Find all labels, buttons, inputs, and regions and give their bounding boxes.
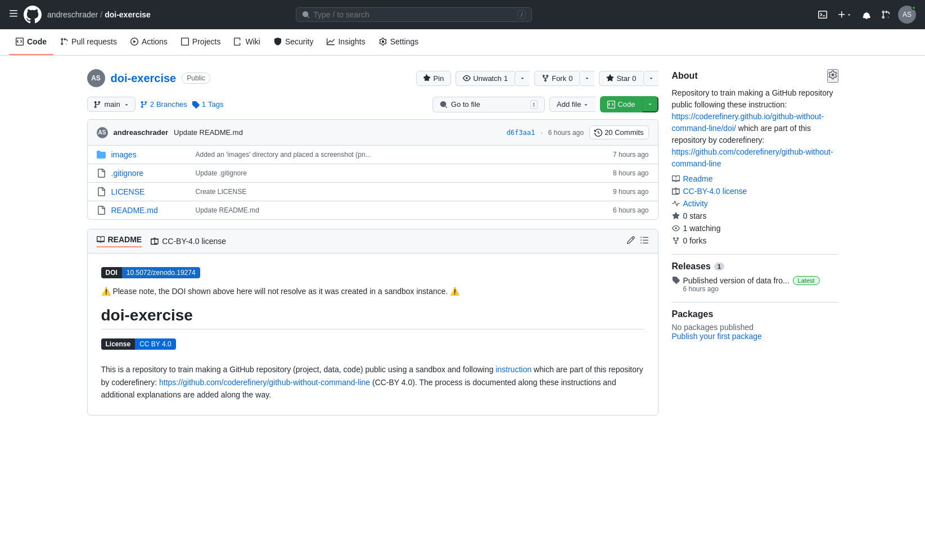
nav-settings[interactable]: Settings: [372, 29, 426, 55]
sidebar-divider2: [672, 302, 838, 302]
code-dropdown[interactable]: [642, 96, 658, 112]
add-file-label: Add file: [557, 100, 581, 109]
about-settings-button[interactable]: [827, 69, 838, 83]
file-time-license: 9 hours ago: [613, 188, 648, 196]
star-button[interactable]: Star 0: [599, 71, 643, 86]
repo-header-right: Pin Unwatch 1 Fo: [416, 71, 658, 86]
breadcrumb-separator: /: [100, 10, 102, 19]
branch-selector[interactable]: main: [87, 97, 136, 112]
nav-code[interactable]: Code: [9, 29, 53, 55]
github-link[interactable]: https://github.com/coderefinery/github-w…: [159, 378, 370, 387]
readme-link[interactable]: Readme: [683, 174, 713, 183]
repo-title[interactable]: doi-exercise: [111, 72, 177, 85]
toc-readme-button[interactable]: [640, 236, 649, 247]
sidebar-readme[interactable]: Readme: [672, 174, 838, 183]
pin-button[interactable]: Pin: [416, 71, 452, 86]
release-name[interactable]: Published version of data fro...: [683, 276, 789, 285]
law-icon: [151, 237, 159, 245]
edit-readme-button[interactable]: [626, 236, 635, 247]
commit-author[interactable]: andreaschrader: [114, 128, 169, 137]
file-name-images[interactable]: images: [111, 150, 190, 159]
readme-tab-label: README: [108, 235, 142, 244]
pencil-icon: [626, 236, 635, 245]
terminal-button[interactable]: [816, 8, 829, 21]
nav-actions[interactable]: Actions: [124, 29, 174, 55]
nav-pull-requests[interactable]: Pull requests: [53, 29, 124, 55]
chevron-down-icon: [647, 101, 653, 107]
pin-icon: [423, 74, 431, 82]
readme-tab[interactable]: README: [97, 235, 142, 247]
breadcrumb-repo[interactable]: doi-exercise: [105, 10, 151, 19]
fork-button[interactable]: Fork 0: [534, 71, 579, 86]
add-file-button[interactable]: Add file: [549, 97, 595, 112]
chevron-down-icon: [584, 75, 590, 81]
sidebar-activity[interactable]: Activity: [672, 199, 838, 208]
nav-security[interactable]: Security: [267, 29, 321, 55]
releases-count: 1: [714, 263, 724, 270]
branches-label: Branches: [156, 100, 187, 109]
watch-dropdown[interactable]: [515, 71, 530, 86]
star-group: Star 0: [599, 71, 658, 86]
license-tab[interactable]: CC-BY-4.0 license: [151, 237, 226, 246]
pull-requests-nav-button[interactable]: [879, 8, 892, 21]
hamburger-button[interactable]: [9, 9, 18, 21]
commits-count: 20 Commits: [604, 128, 643, 137]
license-badge: License CC BY 4.0: [101, 338, 644, 356]
breadcrumb-user[interactable]: andreschrader: [47, 10, 98, 19]
file-name-license[interactable]: LICENSE: [111, 187, 190, 196]
license-link[interactable]: CC-BY-4.0 license: [683, 187, 747, 196]
content-area: AS doi-exercise Public Pin Unwatch 1: [87, 69, 658, 416]
file-name-gitignore[interactable]: .gitignore: [111, 169, 190, 178]
file-name-readme[interactable]: README.md: [111, 206, 190, 215]
watch-button[interactable]: Unwatch 1: [455, 71, 515, 86]
watch-count: 1: [504, 74, 508, 83]
search-shortcut: /: [517, 10, 526, 19]
sidebar-license[interactable]: CC-BY-4.0 license: [672, 187, 838, 196]
chevron-down-icon: [846, 12, 852, 17]
readme-section: README CC-BY-4.0 license: [87, 229, 658, 416]
search-bar[interactable]: /: [296, 7, 532, 22]
fork-dropdown[interactable]: [579, 71, 594, 86]
instruction-link[interactable]: instruction: [495, 365, 531, 374]
branches-count: 2: [150, 100, 154, 109]
commit-sha[interactable]: d6f3aa1: [507, 129, 535, 137]
nav-left: andreschrader / doi-exercise: [9, 6, 151, 24]
about-link2[interactable]: https://github.com/coderefinery/github-w…: [672, 147, 833, 168]
branches-link[interactable]: 2 Branches: [140, 100, 187, 109]
search-input[interactable]: [313, 10, 514, 19]
sidebar-watching[interactable]: 1 watching: [672, 224, 838, 233]
plus-button[interactable]: [835, 8, 854, 21]
go-to-file-button[interactable]: Go to file t: [432, 97, 545, 112]
insights-icon: [327, 38, 335, 46]
github-logo[interactable]: [24, 6, 42, 24]
publish-first-package-link[interactable]: Publish your first package: [672, 332, 762, 341]
commit-author-avatar: AS: [97, 127, 108, 138]
doi-badge: DOI 10.5072/zenodo.19274: [101, 267, 644, 285]
star-dropdown[interactable]: [643, 71, 658, 86]
notifications-button[interactable]: [860, 8, 873, 21]
doi-warning: ⚠️ Please note, the DOI shown above here…: [101, 285, 644, 297]
nav-wiki[interactable]: Wiki: [227, 29, 267, 55]
nav-insights[interactable]: Insights: [320, 29, 372, 55]
activity-link[interactable]: Activity: [683, 199, 708, 208]
sidebar-divider: [672, 254, 838, 255]
commit-meta: d6f3aa1 · 6 hours ago 20 Commits: [507, 125, 649, 139]
sidebar-forks[interactable]: 0 forks: [672, 236, 838, 245]
commit-message[interactable]: Update README.md: [174, 128, 243, 137]
release-details: Published version of data fro... Latest …: [683, 276, 820, 293]
settings-icon: [379, 38, 387, 46]
about-title: About: [672, 71, 698, 81]
user-avatar[interactable]: AS: [898, 6, 916, 24]
top-nav: andreschrader / doi-exercise / AS: [0, 0, 925, 29]
fork-icon: [672, 237, 680, 245]
fork-count: 0: [568, 74, 572, 83]
commits-link[interactable]: 20 Commits: [589, 125, 648, 139]
about-link1[interactable]: https://coderefinery.github.io/github-wi…: [672, 112, 824, 133]
nav-projects[interactable]: Projects: [174, 29, 228, 55]
repo-header: AS doi-exercise Public Pin Unwatch 1: [87, 69, 658, 87]
fork-group: Fork 0: [534, 71, 594, 86]
code-button[interactable]: Code: [600, 96, 642, 112]
sidebar-stars[interactable]: 0 stars: [672, 211, 838, 220]
doi-value: 10.5072/zenodo.19274: [122, 267, 200, 278]
tags-link[interactable]: 1 Tags: [192, 100, 224, 109]
